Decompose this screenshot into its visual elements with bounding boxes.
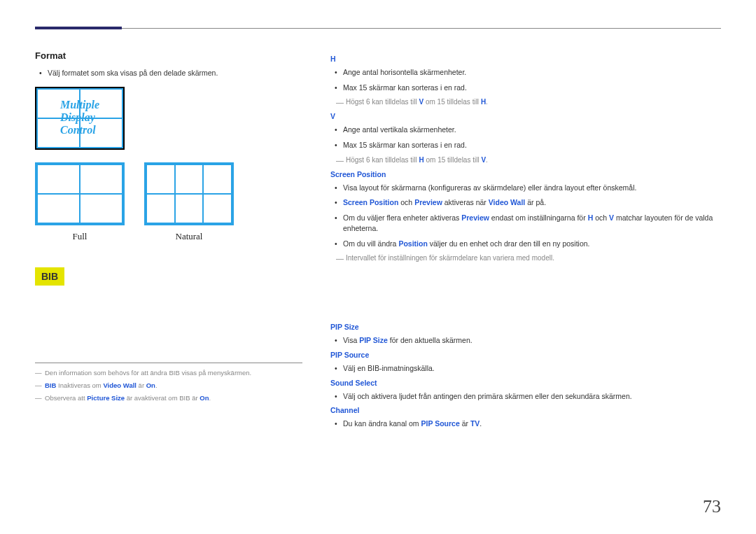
footnote-1: Den information som behövs för att ändra… (35, 369, 302, 377)
sp-head: Screen Position (330, 170, 721, 178)
sp-b2: Screen Position och Preview aktiveras nä… (330, 197, 721, 208)
pip-source-head: PIP Source (330, 351, 721, 359)
v-b1: Ange antal vertikala skärmenheter. (330, 125, 721, 135)
v-b2: Max 15 skärmar kan sorteras i en rad. (330, 140, 721, 150)
full-label: Full (35, 231, 125, 242)
format-full: Full (35, 162, 125, 242)
sp-b4: Om du vill ändra Position väljer du en e… (330, 239, 721, 249)
footnote-2: BIB Inaktiveras om Video Wall är On. (35, 381, 302, 390)
sp-note: Intervallet för inställningen för skärmd… (330, 253, 721, 263)
header-rule (35, 27, 721, 29)
format-list: Välj formatet som ska visas på den delad… (35, 68, 302, 78)
bib-badge: BIB (35, 267, 64, 286)
h-note: Högst 6 kan tilldelas till V om 15 tilld… (330, 97, 721, 107)
page-content: Format Välj formatet som ska visas på de… (35, 50, 721, 434)
sound-head: Sound Select (330, 379, 721, 387)
footnote-3: Observera att Picture Size är avaktivera… (35, 394, 302, 402)
format-options: Full Natural (35, 162, 302, 242)
format-heading: Format (35, 50, 302, 61)
page-number: 73 (703, 496, 721, 517)
v-section: V Ange antal vertikala skärmenheter. Max… (330, 112, 721, 164)
pip-source-section: PIP Source Välj en BIB-inmatningskälla. (330, 351, 721, 374)
footnote-rule (35, 363, 302, 363)
full-diagram (35, 162, 125, 225)
h-b1: Ange antal horisontella skärmenheter. (330, 67, 721, 78)
sp-b1: Visa layout för skärmarna (konfigureras … (330, 183, 721, 193)
right-column: H Ange antal horisontella skärmenheter. … (330, 50, 721, 434)
v-note: Högst 6 kan tilldelas till H om 15 tilld… (330, 155, 721, 165)
left-column: Format Välj formatet som ska visas på de… (35, 50, 302, 434)
format-desc: Välj formatet som ska visas på den delad… (35, 68, 302, 78)
h-section: H Ange antal horisontella skärmenheter. … (330, 55, 721, 107)
channel-b: Du kan ändra kanal om PIP Source är TV. (330, 419, 721, 429)
format-natural: Natural (144, 162, 234, 242)
sp-b3: Om du väljer flera enheter aktiveras Pre… (330, 213, 721, 233)
v-head: V (330, 112, 721, 120)
pip-size-b: Visa PIP Size för den aktuella skärmen. (330, 335, 721, 346)
channel-section: Channel Du kan ändra kanal om PIP Source… (330, 406, 721, 429)
mdc-diagram: Multiple Display Control (35, 87, 125, 150)
sound-b: Välj och aktivera ljudet från antingen d… (330, 391, 721, 402)
pip-size-section: PIP Size Visa PIP Size för den aktuella … (330, 323, 721, 346)
pip-source-b: Välj en BIB-inmatningskälla. (330, 363, 721, 374)
h-head: H (330, 55, 721, 63)
sound-select-section: Sound Select Välj och aktivera ljudet fr… (330, 379, 721, 402)
natural-label: Natural (144, 231, 234, 242)
natural-diagram (144, 162, 234, 225)
pip-size-head: PIP Size (330, 323, 721, 331)
mdc-label: Multiple Display Control (60, 99, 99, 137)
channel-head: Channel (330, 406, 721, 414)
h-b2: Max 15 skärmar kan sorteras i en rad. (330, 83, 721, 93)
screen-position-section: Screen Position Visa layout för skärmarn… (330, 170, 721, 263)
